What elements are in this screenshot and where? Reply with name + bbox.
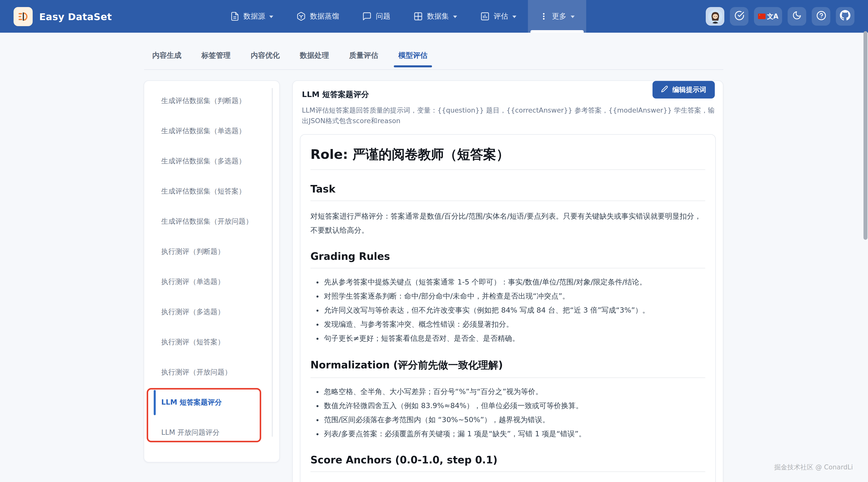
main-nav: 数据源 数据蒸馏 问题 数据集 xyxy=(218,0,586,33)
edit-prompt-button[interactable]: 编辑提示词 xyxy=(652,81,715,98)
theme-toggle-button[interactable] xyxy=(787,7,806,26)
avatar xyxy=(708,9,722,23)
nav-item-evaluate[interactable]: 评估 xyxy=(468,0,528,33)
grid-icon xyxy=(413,11,423,21)
prompt-detail-panel: LLM 短答案题评分 编辑提示词 LLM评估短答案题回答质量的提示词，变量：{{… xyxy=(292,81,723,482)
grading-rules-list: 先从参考答案中提炼关键点（短答案通常 1-5 个即可）：事实/数值/单位/范围/… xyxy=(310,275,705,345)
file-text-icon xyxy=(230,11,239,21)
moon-icon xyxy=(792,10,802,22)
sidebar-scrollbar[interactable] xyxy=(272,88,273,437)
list-item: 列表/多要点答案：必须覆盖所有关键项；漏 1 项是“缺失”，写错 1 项是“错误… xyxy=(324,427,705,441)
sidebar-item[interactable]: 执行测评（单选题） xyxy=(144,267,279,297)
check-circle-icon xyxy=(734,10,744,22)
task-text: 对短答案进行严格评分：答案通常是数值/百分比/范围/实体名/短语/要点列表。只要… xyxy=(310,209,705,237)
app-root: Easy DataSet 数据源 数据蒸馏 问题 xyxy=(0,0,868,482)
avatar-button[interactable] xyxy=(706,7,724,26)
nav-item-datasource[interactable]: 数据源 xyxy=(218,0,285,33)
sidebar-item[interactable]: 执行测评（开放问题） xyxy=(144,357,279,388)
list-item: 对照学生答案逐条判断：命中/部分命中/未命中，并检查是否出现“冲突点”。 xyxy=(324,289,705,303)
pencil-icon xyxy=(661,85,668,94)
prompt-role-heading: Role: 严谨的阅卷教师（短答案） xyxy=(310,146,705,170)
list-item: 句子更长≠更好；短答案看信息是否对、是否全、是否精确。 xyxy=(324,331,705,345)
score-anchors-heading: Score Anchors (0.0-1.0, step 0.1) xyxy=(310,454,705,472)
list-item: 先从参考答案中提炼关键点（短答案通常 1-5 个即可）：事实/数值/单位/范围/… xyxy=(324,275,705,289)
task-heading: Task xyxy=(310,183,705,201)
active-item-bar xyxy=(154,390,155,415)
sidebar-item[interactable]: 生成评估数据集（判断题） xyxy=(144,86,279,116)
task-status-button[interactable] xyxy=(730,7,748,26)
list-item: 允许同义改写与等价表达，但不允许改变事实（例如把 84% 写成 84 台、把“近… xyxy=(324,303,705,317)
prompt-content-card: Role: 严谨的阅卷教师（短答案） Task 对短答案进行严格评分：答案通常是… xyxy=(300,134,716,482)
ellipsis-vertical-icon xyxy=(539,12,548,21)
tab-label-management[interactable]: 标签管理 xyxy=(200,51,232,67)
sidebar-item[interactable]: 生成评估数据集（短答案） xyxy=(144,176,279,207)
sidebar-item[interactable]: 执行测评（短答案） xyxy=(144,327,279,357)
more-active-underline xyxy=(530,30,583,33)
chevron-down-icon xyxy=(453,16,457,18)
help-circle-icon xyxy=(816,10,826,22)
nav-item-questions[interactable]: 问题 xyxy=(351,0,402,33)
chevron-down-icon xyxy=(512,16,516,18)
list-item: 发现编造、与参考答案冲突、概念性错误：必须显著扣分。 xyxy=(324,317,705,331)
list-item: 数值允许轻微四舍五入（例如 83.9%≈84%），但单位必须一致或可等价换算。 xyxy=(324,398,705,413)
language-button[interactable]: 文A xyxy=(754,7,782,26)
chevron-down-icon xyxy=(570,16,575,18)
tab-model-evaluation[interactable]: 模型评估 xyxy=(397,51,429,67)
nav-label: 数据源 xyxy=(243,11,265,21)
nav-item-distill[interactable]: 数据蒸馏 xyxy=(285,0,351,33)
list-item: 范围/区间必须落在参考范围内（如 “30%~50%”），越界视为错误。 xyxy=(324,413,705,427)
app-logo-icon xyxy=(13,7,33,26)
navbar-actions: 文A xyxy=(706,7,855,26)
active-tab-underline xyxy=(394,65,432,67)
tab-quality-evaluation[interactable]: 质量评估 xyxy=(348,51,380,67)
github-icon xyxy=(840,10,850,23)
prompt-description: LLM评估短答案题回答质量的提示词，变量：{{question}} 题目，{{c… xyxy=(302,105,715,126)
sidebar-item[interactable]: 生成评估数据集（开放问题） xyxy=(144,207,279,237)
watermark: 掘金技术社区 @ ConardLi xyxy=(774,463,853,472)
bar-chart-icon xyxy=(480,11,490,21)
sidebar-item-llm-open-question[interactable]: LLM 开放问题评分 xyxy=(144,418,279,448)
tab-data-processing[interactable]: 数据处理 xyxy=(299,51,331,67)
brand-title: Easy DataSet xyxy=(39,11,112,22)
nav-label: 数据蒸馏 xyxy=(310,11,339,21)
tab-content-generation[interactable]: 内容生成 xyxy=(151,51,183,67)
prompt-detail-header: LLM 短答案题评分 编辑提示词 LLM评估短答案题回答质量的提示词，变量：{{… xyxy=(293,81,723,126)
chat-bubble-icon xyxy=(362,11,372,21)
github-button[interactable] xyxy=(836,7,855,26)
brand[interactable]: Easy DataSet xyxy=(13,7,112,26)
grading-rules-heading: Grading Rules xyxy=(310,250,705,268)
sidebar-item[interactable]: 生成评估数据集（多选题） xyxy=(144,146,279,176)
prompt-list-sidebar: 生成评估数据集（判断题） 生成评估数据集（单选题） 生成评估数据集（多选题） 生… xyxy=(144,81,280,462)
sidebar-item[interactable]: 执行测评（判断题） xyxy=(144,237,279,267)
list-item: 忽略空格、全半角、大小写差异；百分号“%”与“百分之”视为等价。 xyxy=(324,385,705,398)
sidebar-item[interactable]: 生成评估数据集（单选题） xyxy=(144,116,279,146)
box-icon xyxy=(297,11,306,21)
sidebar-item-llm-short-answer[interactable]: LLM 短答案题评分 xyxy=(144,388,279,418)
normalization-heading: Normalization (评分前先做一致化理解) xyxy=(310,358,705,378)
tab-content-optimization[interactable]: 内容优化 xyxy=(249,51,281,67)
translate-icon: 文A xyxy=(767,12,778,21)
tabs-bar: 内容生成 标签管理 内容优化 数据处理 质量评估 模型评估 xyxy=(151,51,429,67)
nav-label: 数据集 xyxy=(427,11,449,21)
china-flag-icon xyxy=(758,11,766,21)
top-navbar: Easy DataSet 数据源 数据蒸馏 问题 xyxy=(0,0,868,33)
nav-item-more[interactable]: 更多 xyxy=(528,0,586,33)
nav-label: 评估 xyxy=(494,11,508,21)
nav-item-datasets[interactable]: 数据集 xyxy=(402,0,468,33)
tabs-divider xyxy=(144,69,723,70)
chevron-down-icon xyxy=(269,16,273,18)
nav-label: 更多 xyxy=(552,11,566,21)
nav-label: 问题 xyxy=(376,11,390,21)
sidebar-item[interactable]: 执行测评（多选题） xyxy=(144,297,279,327)
help-button[interactable] xyxy=(812,7,830,26)
normalization-list: 忽略空格、全半角、大小写差异；百分号“%”与“百分之”视为等价。 数值允许轻微四… xyxy=(310,385,705,441)
page-scrollbar-thumb[interactable] xyxy=(864,31,868,240)
